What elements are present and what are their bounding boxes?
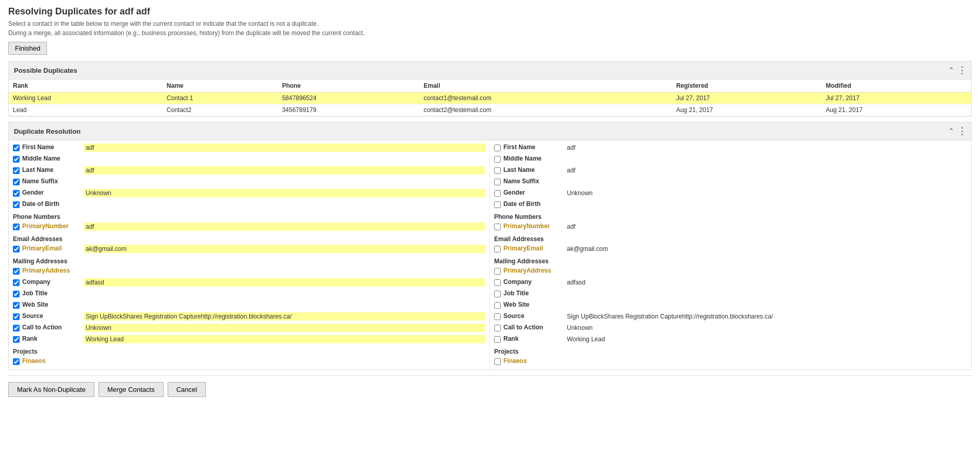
- col-email: Email: [419, 80, 672, 92]
- chevron-up-icon-2[interactable]: ⌃: [948, 127, 954, 135]
- checkbox-rpe[interactable]: [494, 246, 501, 252]
- cell-email-1: contact2@testemail.com: [419, 104, 672, 116]
- checkbox-jt[interactable]: [13, 291, 20, 297]
- field-row-rea_label: Email Addresses: [494, 233, 967, 244]
- checkbox-rpn[interactable]: [494, 224, 501, 230]
- checkbox-rrk[interactable]: [494, 336, 501, 343]
- checkbox-ws[interactable]: [13, 302, 20, 309]
- checkbox-rpa[interactable]: [494, 268, 501, 275]
- col-registered: Registered: [672, 80, 822, 92]
- checkbox-rgn[interactable]: [494, 190, 501, 197]
- value-rpe: ak@gmail.com: [565, 245, 967, 253]
- checkbox-rws[interactable]: [494, 302, 501, 309]
- mark-non-duplicate-button[interactable]: Mark As Non-Duplicate: [8, 382, 94, 397]
- chevron-up-icon[interactable]: ⌃: [948, 66, 954, 74]
- finished-button[interactable]: Finished: [8, 42, 47, 55]
- page-title: Resolving Duplicates for adf adf: [8, 6, 972, 17]
- resolution-grid: First NameadfMiddle NameLast NameadfName…: [9, 140, 971, 370]
- duplicate-resolution-header: Duplicate Resolution ⌃ ⋮: [9, 122, 971, 140]
- value-ln: adf: [84, 166, 485, 175]
- checkbox-rco[interactable]: [494, 279, 501, 286]
- value-co: adfasd: [84, 278, 485, 287]
- checkbox-rcta[interactable]: [494, 325, 501, 331]
- col-phone: Phone: [278, 80, 420, 92]
- cell-registered-1: Aug 21, 2017: [672, 104, 822, 116]
- cancel-button[interactable]: Cancel: [168, 382, 206, 397]
- field-row-rns: Name Suffix: [494, 177, 967, 188]
- label-gn: Gender: [22, 189, 84, 196]
- table-row[interactable]: LeadContact23456789179contact2@testemail…: [9, 104, 971, 116]
- checkbox-ns[interactable]: [13, 179, 20, 185]
- more-options-icon-2[interactable]: ⋮: [957, 125, 966, 137]
- checkbox-rjt[interactable]: [494, 291, 501, 297]
- cell-name-0: Contact 1: [162, 92, 278, 104]
- field-row-gn: GenderUnknown: [13, 188, 485, 199]
- checkbox-cta[interactable]: [13, 325, 20, 331]
- right-column: First NameadfMiddle NameLast NameadfName…: [490, 140, 971, 370]
- field-row-rcta: Call to ActionUnknown: [494, 323, 967, 334]
- checkbox-pe[interactable]: [13, 246, 20, 252]
- label-fin: Finaeos: [22, 357, 84, 364]
- value-gn: Unknown: [84, 189, 485, 197]
- checkbox-rk[interactable]: [13, 336, 20, 343]
- checkbox-rfin[interactable]: [494, 358, 501, 365]
- label-jt: Job Title: [22, 290, 84, 297]
- possible-duplicates-section: Possible Duplicates ⌃ ⋮ Rank Name Phone …: [8, 61, 972, 117]
- field-row-pa: PrimaryAddress: [13, 266, 485, 277]
- value-rgn: Unknown: [565, 189, 967, 197]
- table-header-row: Rank Name Phone Email Registered Modifie…: [9, 80, 971, 92]
- value-rpn: adf: [565, 223, 967, 231]
- value-pe: ak@gmail.com: [84, 245, 485, 253]
- field-row-rmn: Middle Name: [494, 154, 967, 165]
- value-rcta: Unknown: [565, 324, 967, 332]
- checkbox-pn[interactable]: [13, 224, 20, 230]
- field-row-cta: Call to ActionUnknown: [13, 323, 485, 334]
- field-row-mn: Middle Name: [13, 154, 485, 165]
- label-rsrc: Source: [503, 312, 565, 320]
- checkbox-gn[interactable]: [13, 190, 20, 197]
- label-rws: Web Site: [503, 301, 565, 308]
- checkbox-fin[interactable]: [13, 358, 20, 365]
- label-co: Company: [22, 278, 84, 285]
- more-options-icon[interactable]: ⋮: [957, 65, 966, 76]
- label-mn: Middle Name: [22, 155, 84, 162]
- checkbox-rdb[interactable]: [494, 201, 501, 208]
- checkbox-rfn[interactable]: [494, 145, 501, 151]
- value-pn: adf: [84, 223, 485, 231]
- checkbox-fn[interactable]: [13, 145, 20, 151]
- checkbox-co[interactable]: [13, 279, 20, 286]
- field-row-ln: Last Nameadf: [13, 165, 485, 177]
- merge-contacts-button[interactable]: Merge Contacts: [99, 382, 164, 397]
- field-row-proj_label: Projects: [13, 345, 485, 356]
- label-rmn: Middle Name: [503, 155, 565, 162]
- checkbox-mn[interactable]: [13, 156, 20, 163]
- table-row[interactable]: Working LeadContact 15847896524contact1@…: [9, 92, 971, 104]
- field-row-rk: RankWorking Lead: [13, 334, 485, 345]
- checkbox-db[interactable]: [13, 201, 20, 208]
- field-row-rrk: RankWorking Lead: [494, 334, 967, 345]
- checkbox-rmn[interactable]: [494, 156, 501, 163]
- checkbox-ln[interactable]: [13, 167, 20, 174]
- field-row-rsrc: SourceSign UpBlockShares Registration Ca…: [494, 311, 967, 323]
- duplicate-resolution-section: Duplicate Resolution ⌃ ⋮ First NameadfMi…: [8, 122, 972, 370]
- checkbox-rln[interactable]: [494, 167, 501, 174]
- checkbox-rsrc[interactable]: [494, 313, 501, 320]
- left-column: First NameadfMiddle NameLast NameadfName…: [9, 140, 490, 370]
- duplicate-resolution-title: Duplicate Resolution: [14, 128, 80, 135]
- label-rcta: Call to Action: [503, 324, 565, 331]
- label-rpn: PrimaryNumber: [503, 223, 565, 230]
- label-src: Source: [22, 312, 84, 320]
- label-db: Date of Birth: [22, 200, 84, 208]
- checkbox-pa[interactable]: [13, 268, 20, 275]
- subtitle1: Select a contact in the table below to m…: [8, 20, 972, 27]
- label-ws: Web Site: [22, 301, 84, 308]
- value-cta: Unknown: [84, 324, 485, 332]
- checkbox-src[interactable]: [13, 313, 20, 320]
- field-row-rpn: PrimaryNumberadf: [494, 221, 967, 233]
- checkbox-rns[interactable]: [494, 179, 501, 185]
- cell-modified-0: Jul 27, 2017: [822, 92, 971, 104]
- label-rrk: Rank: [503, 335, 565, 342]
- field-row-rgn: GenderUnknown: [494, 188, 967, 199]
- label-ns: Name Suffix: [22, 178, 84, 185]
- col-name: Name: [162, 80, 278, 92]
